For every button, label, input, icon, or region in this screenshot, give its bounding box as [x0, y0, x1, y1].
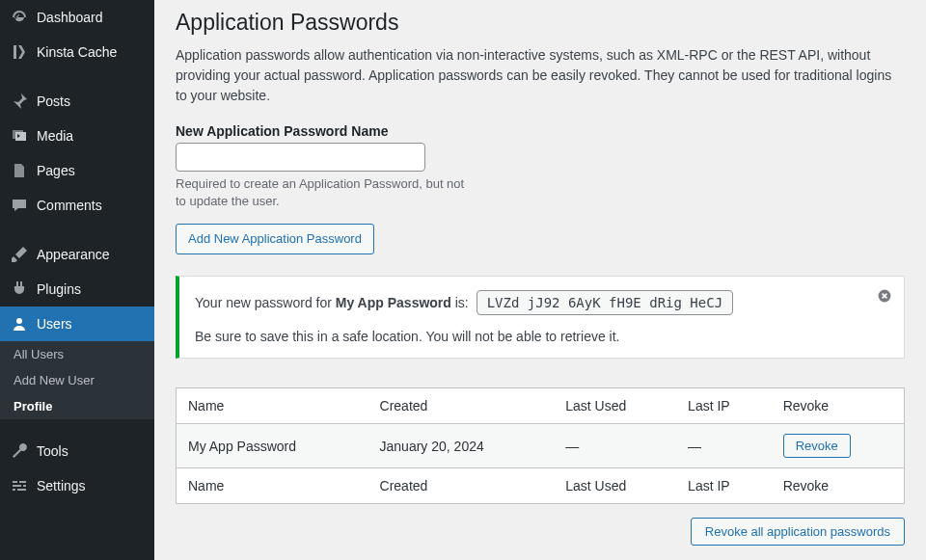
application-passwords-table: Name Created Last Used Last IP Revoke My…: [176, 387, 905, 504]
col-last-used-foot: Last Used: [554, 468, 676, 504]
cell-last-used: —: [554, 424, 676, 468]
col-created: Created: [368, 388, 555, 424]
col-last-used: Last Used: [554, 388, 676, 424]
dismiss-notice-button[interactable]: [875, 286, 894, 306]
user-icon: [10, 314, 29, 333]
col-last-ip: Last IP: [676, 388, 772, 424]
main-content: Application Passwords Application passwo…: [154, 0, 926, 560]
comment-icon: [10, 196, 29, 215]
notice-save-note: Be sure to save this in a safe location.…: [195, 329, 865, 344]
col-name-foot: Name: [177, 468, 368, 504]
new-password-name-help: Required to create an Application Passwo…: [176, 175, 465, 210]
sidebar-item-pages[interactable]: Pages: [0, 153, 154, 188]
sidebar-item-label: Media: [37, 128, 73, 144]
sidebar-item-kinsta-cache[interactable]: Kinsta Cache: [0, 35, 154, 69]
notice-prefix: Your new password for: [195, 295, 336, 310]
sidebar-item-label: Pages: [37, 163, 75, 178]
sidebar-item-users[interactable]: Users: [0, 307, 154, 341]
new-password-name-input[interactable]: [176, 143, 425, 172]
col-revoke: Revoke: [772, 388, 905, 424]
sidebar-item-media[interactable]: Media: [0, 119, 154, 153]
sidebar-item-tools[interactable]: Tools: [0, 434, 154, 468]
generated-password: LVZd jJ92 6AyK fH9E dRig HeCJ: [477, 290, 733, 315]
col-last-ip-foot: Last IP: [676, 468, 772, 504]
sidebar-item-settings[interactable]: Settings: [0, 468, 154, 503]
users-submenu: All Users Add New User Profile: [0, 341, 154, 419]
sidebar-item-label: Kinsta Cache: [37, 44, 117, 60]
sidebar-item-comments[interactable]: Comments: [0, 188, 154, 223]
col-name: Name: [177, 388, 368, 424]
sidebar-item-posts[interactable]: Posts: [0, 84, 154, 119]
sidebar-item-label: Comments: [37, 198, 102, 213]
page-title: Application Passwords: [176, 10, 905, 36]
cell-last-ip: —: [676, 424, 772, 468]
sliders-icon: [10, 476, 29, 495]
new-password-notice: Your new password for My App Password is…: [176, 276, 905, 359]
notice-app-name: My App Password: [336, 295, 451, 310]
cell-created: January 20, 2024: [368, 424, 555, 468]
dashboard-icon: [10, 8, 29, 27]
sidebar-item-appearance[interactable]: Appearance: [0, 237, 154, 272]
sidebar-item-label: Tools: [37, 443, 68, 459]
add-new-password-button[interactable]: Add New Application Password: [176, 224, 374, 254]
svg-point-0: [16, 318, 22, 324]
table-row: My App Password January 20, 2024 — — Rev…: [177, 424, 905, 468]
admin-sidebar: Dashboard Kinsta Cache Posts Media Pages…: [0, 0, 154, 560]
page-description: Application passwords allow authenticati…: [176, 45, 905, 106]
sidebar-item-label: Dashboard: [37, 10, 103, 25]
new-password-name-label: New Application Password Name: [176, 123, 905, 139]
submenu-profile[interactable]: Profile: [0, 393, 154, 419]
sidebar-item-label: Plugins: [37, 281, 81, 297]
sidebar-item-label: Appearance: [37, 247, 110, 262]
plugin-icon: [10, 280, 29, 299]
wrench-icon: [10, 441, 29, 461]
revoke-all-button[interactable]: Revoke all application passwords: [691, 518, 905, 546]
sidebar-item-label: Settings: [37, 478, 86, 493]
kinsta-icon: [10, 42, 29, 62]
pin-icon: [10, 92, 29, 111]
col-revoke-foot: Revoke: [772, 468, 905, 504]
brush-icon: [10, 245, 29, 264]
page-icon: [10, 161, 29, 180]
sidebar-item-label: Users: [37, 316, 72, 332]
sidebar-item-plugins[interactable]: Plugins: [0, 272, 154, 307]
revoke-button[interactable]: Revoke: [783, 434, 851, 458]
media-icon: [10, 126, 29, 146]
sidebar-item-dashboard[interactable]: Dashboard: [0, 0, 154, 35]
close-icon: [877, 288, 892, 304]
col-created-foot: Created: [368, 468, 555, 504]
cell-name: My App Password: [177, 424, 368, 468]
sidebar-item-label: Posts: [37, 93, 70, 109]
submenu-all-users[interactable]: All Users: [0, 341, 154, 367]
submenu-add-new-user[interactable]: Add New User: [0, 367, 154, 393]
notice-mid: is:: [451, 295, 473, 310]
